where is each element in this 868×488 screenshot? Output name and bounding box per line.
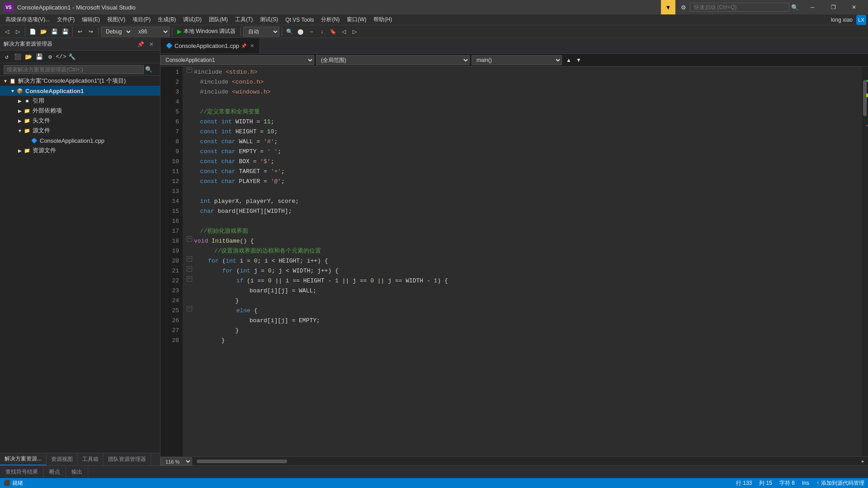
menu-qt-vs-tools[interactable]: Qt VS Tools: [282, 16, 317, 24]
external-node[interactable]: ▶ 📁 外部依赖项: [0, 106, 160, 116]
status-left: ⬛ 就绪: [4, 479, 23, 487]
fold-button[interactable]: ─: [187, 276, 192, 282]
menu-help[interactable]: 帮助(H): [370, 15, 396, 24]
bookmark-prev-btn[interactable]: ◁: [339, 27, 349, 37]
status-col[interactable]: 列 15: [759, 479, 772, 487]
scroll-right-btn[interactable]: ▶: [858, 456, 868, 466]
menu-file[interactable]: 文件(F): [53, 15, 78, 24]
menu-view[interactable]: 视图(V): [104, 15, 129, 24]
status-char[interactable]: 字符 8: [779, 479, 795, 487]
code-text: const int WIDTH = 11;: [193, 117, 274, 127]
status-add-to-scm[interactable]: ↑ 添加到源代码管理: [816, 479, 864, 487]
code-text: const char PLAYER = '@';: [193, 177, 285, 187]
fold-button[interactable]: ─: [187, 67, 192, 73]
restore-button[interactable]: ❒: [823, 0, 844, 14]
open-button[interactable]: 📂: [38, 27, 48, 37]
fold-button[interactable]: ─: [187, 266, 192, 272]
menu-advanced-save[interactable]: 高级保存选项(V)...: [2, 15, 53, 24]
nav-up-btn[interactable]: ▲: [564, 55, 574, 65]
bookmark-btn[interactable]: 🔖: [328, 27, 338, 37]
sidebar-open-file-btn[interactable]: 📂: [24, 52, 33, 62]
cpp-file-node[interactable]: ▶ 🔷 ConsoleApplication1.cpp: [0, 136, 160, 145]
resource-label: 资源文件: [33, 146, 56, 155]
code-content[interactable]: ─#include <stdio.h> #include <conio.h> #…: [183, 66, 862, 456]
nav-file-select[interactable]: ConsoleApplication1: [160, 55, 314, 65]
fold-button[interactable]: ─: [187, 306, 192, 311]
h-scroll-thumb[interactable]: [197, 460, 287, 463]
menu-build[interactable]: 生成(B): [154, 15, 179, 24]
fold-button[interactable]: ─: [187, 236, 192, 242]
bookmark-next-btn[interactable]: ▷: [349, 27, 359, 37]
code-line: }: [187, 336, 862, 346]
code-text: }: [193, 296, 239, 306]
zoom-select[interactable]: 116 %: [160, 457, 192, 465]
settings-icon[interactable]: ⚙: [677, 1, 690, 14]
run-button[interactable]: ▶ 本地 Windows 调试器: [175, 27, 238, 36]
h-scrollbar[interactable]: [192, 459, 858, 464]
sidebar-tab-team[interactable]: 团队资源管理器: [104, 453, 151, 465]
sidebar-pin-btn[interactable]: 📌: [136, 39, 146, 49]
back-button[interactable]: ◁: [2, 27, 12, 37]
sidebar-search-input[interactable]: [4, 65, 144, 74]
auto-select[interactable]: 自动: [243, 27, 279, 37]
nav-down-btn[interactable]: ▼: [574, 55, 584, 65]
sidebar-tab-resource[interactable]: 资源视图: [47, 453, 78, 465]
step-over-btn[interactable]: →: [306, 27, 316, 37]
close-button[interactable]: ✕: [844, 0, 864, 14]
sidebar-properties-btn[interactable]: ⚙: [45, 52, 55, 62]
quick-launch-input[interactable]: [690, 3, 789, 12]
sidebar-close-btn[interactable]: ✕: [146, 39, 156, 49]
bottom-tab-find[interactable]: 查找符号结果: [0, 466, 44, 478]
minimize-button[interactable]: ─: [802, 0, 823, 14]
project-node[interactable]: ▼ 📦 ConsoleApplication1: [0, 86, 160, 96]
solution-label: 解决方案"ConsoleApplication1"(1 个项目): [18, 77, 126, 85]
step-into-btn[interactable]: ↓: [317, 27, 327, 37]
resource-node[interactable]: ▶ 📁 资源文件: [0, 145, 160, 155]
fold-button[interactable]: ─: [187, 256, 192, 262]
menu-analyze[interactable]: 分析(N): [317, 15, 343, 24]
debug-mode-select[interactable]: Debug: [101, 27, 132, 37]
vertical-scrollbar[interactable]: [862, 66, 868, 456]
status-row[interactable]: 行 133: [736, 479, 752, 487]
bottom-tab-breakpoints[interactable]: 断点: [44, 466, 66, 478]
platform-select[interactable]: x86: [133, 27, 170, 37]
bottom-tab-output[interactable]: 输出: [66, 466, 88, 478]
filter-icon[interactable]: ▼: [661, 0, 675, 14]
new-project-button[interactable]: 📄: [28, 27, 38, 37]
sidebar-new-solution-btn[interactable]: ⬛: [13, 52, 23, 62]
sidebar-tab-solution[interactable]: 解决方案资源...: [0, 453, 47, 465]
reference-node[interactable]: ▶ ■ 引用: [0, 96, 160, 106]
sidebar-tab-toolbox[interactable]: 工具箱: [78, 453, 104, 465]
menu-test[interactable]: 测试(S): [256, 15, 282, 24]
tab-close-button[interactable]: ✕: [250, 43, 254, 49]
search-btn[interactable]: 🔍: [284, 27, 294, 37]
status-mode[interactable]: Ins: [802, 480, 809, 486]
nav-method-select[interactable]: main(): [472, 55, 562, 65]
sidebar-search-icon[interactable]: 🔍: [144, 65, 154, 75]
save-all-button[interactable]: 💾: [60, 27, 70, 37]
sidebar-code-btn[interactable]: </>: [56, 52, 66, 62]
code-line: ─void InitGame() {: [187, 236, 862, 246]
menu-tools[interactable]: 工具(T): [231, 15, 256, 24]
editor-tab-cpp[interactable]: 🔷 ConsoleApplication1.cpp 📌 ✕: [160, 38, 260, 53]
undo-button[interactable]: ↩: [75, 27, 85, 37]
line-number: 24: [164, 296, 179, 306]
forward-button[interactable]: ▷: [13, 27, 23, 37]
menu-team[interactable]: 团队(M): [205, 15, 231, 24]
header-node[interactable]: ▶ 📁 头文件: [0, 116, 160, 126]
source-node[interactable]: ▼ 📁 源文件: [0, 126, 160, 136]
solution-node[interactable]: ▼ 📋 解决方案"ConsoleApplication1"(1 个项目): [0, 76, 160, 86]
save-button[interactable]: 💾: [49, 27, 59, 37]
menu-edit[interactable]: 编辑(E): [78, 15, 104, 24]
menu-project[interactable]: 项目(P): [129, 15, 154, 24]
redo-button[interactable]: ↪: [86, 27, 96, 37]
nav-scope-select[interactable]: (全局范围): [316, 55, 470, 65]
status-ready[interactable]: ⬛ 就绪: [4, 479, 23, 487]
breakpoint-btn[interactable]: ⬤: [295, 27, 305, 37]
menu-debug[interactable]: 调试(D): [179, 15, 205, 24]
sidebar-refresh-btn[interactable]: ↺: [2, 52, 12, 62]
menu-window[interactable]: 窗口(W): [343, 15, 370, 24]
sidebar-wrench-btn[interactable]: 🔧: [67, 52, 77, 62]
sidebar-save-btn[interactable]: 💾: [34, 52, 44, 62]
code-text: else {: [194, 306, 257, 316]
